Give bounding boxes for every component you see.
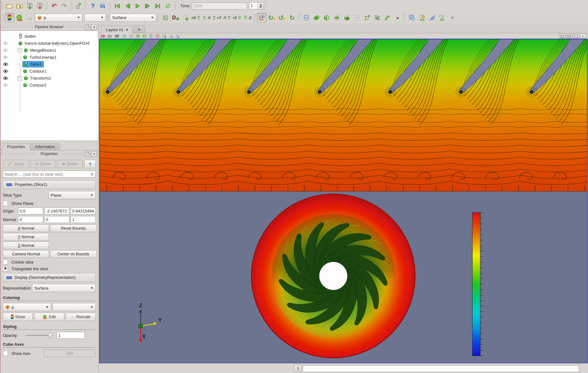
tab-layout1[interactable]: Layout #1 × [102, 26, 132, 33]
edit-color-map-button[interactable] [15, 13, 24, 23]
tree-expander-icon[interactable] [18, 76, 22, 80]
pipeline-item-transform2[interactable]: Transform2 [1, 75, 98, 82]
interactive-select-points-icon[interactable] [169, 34, 173, 38]
pipeline-item-slice1[interactable]: Slice1 [1, 61, 98, 68]
clip-filter-button[interactable] [322, 13, 331, 23]
display-section-header[interactable]: Display (GeometryRepresentation) [3, 273, 96, 282]
pipeline-item-source[interactable]: francis-tutorial-full{rotor}.OpenFOAM [1, 40, 98, 47]
spin-up-icon[interactable] [259, 4, 262, 5]
pipeline-item-contour2[interactable]: Contour2 [1, 82, 98, 88]
component-combo[interactable] [84, 14, 106, 22]
representation-panel-combo[interactable]: Surface [32, 284, 96, 292]
rescale-to-data-range-button[interactable]: ↔ [25, 13, 35, 23]
next-frame-button[interactable] [143, 1, 152, 11]
help-button[interactable]: ? [88, 1, 98, 11]
camera-normal-button[interactable]: Camera Normal [3, 250, 49, 258]
pipeline-item-turbounwrap1[interactable]: TurboUnwrap1 [1, 54, 98, 61]
frame-spin-arrows[interactable] [258, 2, 264, 10]
visibility-eye-icon[interactable] [1, 41, 10, 45]
pipeline-item-builtin[interactable]: builtin: [1, 33, 98, 40]
y-normal-button[interactable]: Y Normal [3, 233, 49, 241]
color-array-combo[interactable]: p [35, 14, 82, 22]
tree-expander-icon[interactable] [18, 48, 22, 52]
show-orientation-axes-button[interactable] [257, 13, 266, 23]
dock-float-button[interactable]: ❐ [85, 24, 91, 30]
collapse-section-icon[interactable] [6, 276, 12, 279]
edit-axes-button[interactable]: Edit [44, 350, 96, 357]
show-plane-checkbox[interactable] [3, 201, 8, 206]
plot-over-line-button[interactable] [407, 13, 417, 23]
origin-z-field[interactable] [71, 207, 96, 214]
probe-location-button[interactable]: ✳ [448, 13, 457, 23]
visibility-eye-icon[interactable] [1, 69, 10, 73]
connect-server-button[interactable] [25, 1, 35, 11]
toolbar-grip[interactable] [107, 14, 109, 22]
time-value-field[interactable] [192, 3, 247, 10]
visibility-eye-icon[interactable] [1, 76, 10, 80]
toolbar-grip[interactable] [46, 2, 48, 10]
plot-selection-over-time-button[interactable] [438, 13, 447, 23]
threshold-filter-button[interactable] [342, 13, 352, 23]
interaction-mode-3d[interactable]: 3D [114, 34, 120, 38]
x-normal-button[interactable]: X Normal [3, 225, 49, 232]
crinkle-slice-checkbox[interactable] [3, 259, 8, 265]
pipeline-browser-dock-title[interactable]: Pipeline Browser ❐ ✕ [0, 23, 98, 30]
normal-z-field[interactable] [71, 216, 96, 223]
view-plus-z-button[interactable]: +Z⇧ [232, 13, 242, 23]
undo-button[interactable]: ↶ [49, 1, 59, 11]
color-legend-bar[interactable] [472, 213, 480, 356]
tab-properties[interactable]: Properties [2, 143, 30, 150]
properties-slice1-section-header[interactable]: Properties (Slice1) [3, 180, 96, 189]
glyph-filter-button[interactable] [362, 13, 372, 23]
last-frame-button[interactable] [153, 1, 163, 11]
apply-button[interactable]: Apply [3, 160, 29, 168]
select-cells-on-icon[interactable] [135, 34, 140, 38]
hover-points-icon[interactable] [175, 34, 180, 38]
first-frame-button[interactable] [112, 1, 122, 11]
horizontal-scrollbar-track[interactable] [303, 365, 579, 372]
origin-x-field[interactable] [18, 207, 43, 214]
split-vertical-button[interactable] [566, 34, 572, 39]
plot-over-time-button[interactable] [417, 13, 427, 23]
runner-3d-visualization[interactable] [248, 190, 419, 362]
select-points-on-icon[interactable] [142, 34, 147, 38]
camera-redo-icon[interactable] [107, 34, 112, 38]
normal-y-field[interactable] [44, 216, 69, 223]
extract-subset-button[interactable] [352, 13, 362, 23]
render-view[interactable]: Z Y X [99, 39, 588, 363]
toolbar-grip[interactable] [109, 2, 111, 10]
calculator-filter-button[interactable] [302, 13, 311, 23]
toggle-color-legend-button[interactable] [5, 13, 14, 23]
warp-by-vector-button[interactable] [383, 13, 392, 23]
open-file-button[interactable] [5, 1, 14, 11]
toolbar-grip[interactable] [157, 14, 159, 22]
camera-undo-icon[interactable] [100, 34, 105, 38]
close-view-button[interactable]: × [580, 34, 586, 39]
close-tab-icon[interactable]: × [126, 28, 128, 32]
stream-tracer-button[interactable] [373, 13, 382, 23]
coloring-array-combo[interactable]: p [3, 303, 51, 311]
panel-help-button[interactable]: ? [84, 160, 96, 168]
opacity-slider[interactable] [26, 332, 53, 338]
normal-x-field[interactable] [18, 216, 43, 223]
show-axis-checkbox[interactable] [3, 351, 8, 356]
spin-down-icon[interactable] [259, 6, 262, 8]
collapse-section-icon[interactable] [6, 183, 12, 186]
auto-apply-button[interactable] [74, 1, 83, 11]
view-plus-y-button[interactable]: ⇧+Y [212, 13, 221, 23]
rotate-counterclockwise-button[interactable]: ↺ [277, 13, 287, 23]
crinkle-slice-row[interactable]: Crinkle slice [3, 259, 96, 265]
edit-color-map-button[interactable]: Edit [34, 313, 64, 321]
coloring-component-combo[interactable] [52, 303, 96, 311]
show-legend-button[interactable]: Show [3, 313, 33, 321]
visibility-eye-icon[interactable] [1, 55, 10, 59]
show-center-of-rotation-button[interactable] [181, 13, 190, 23]
contour-filter-button[interactable] [312, 13, 321, 23]
toolbar-grip[interactable] [85, 2, 87, 10]
rescale-button[interactable]: ↔Rescale [66, 313, 96, 321]
zoom-to-box-icon[interactable] [129, 34, 133, 38]
reset-bounds-button[interactable]: Reset Bounds [50, 225, 97, 232]
search-input[interactable] [3, 171, 96, 178]
select-cells-through-icon[interactable] [149, 34, 153, 38]
selection-render-button[interactable] [98, 1, 108, 11]
